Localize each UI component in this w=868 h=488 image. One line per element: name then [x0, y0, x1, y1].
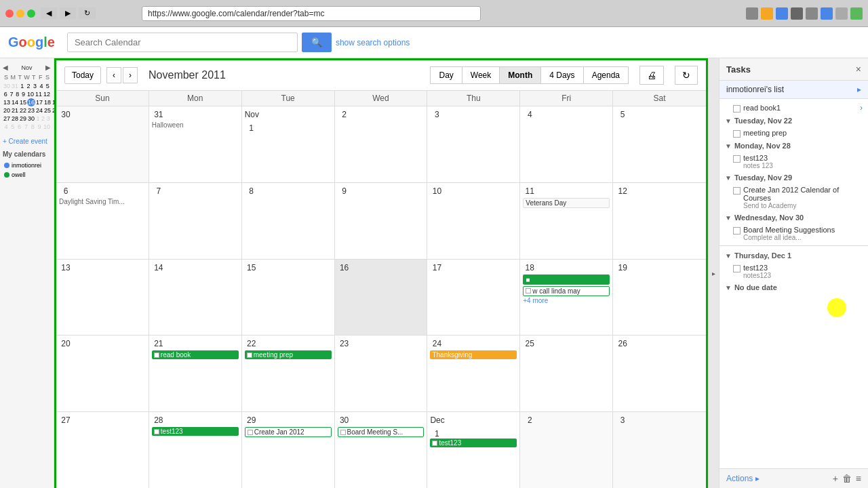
task-group-noduedate[interactable]: ▼ No due date	[719, 281, 868, 294]
cell-nov14[interactable]: 14	[149, 260, 242, 336]
task-checkbox-meetingprep[interactable]	[733, 130, 741, 138]
view-btn-week[interactable]: Week	[462, 66, 500, 84]
cell-oct31[interactable]: 31 Halloween	[149, 106, 242, 182]
task-test123-nov28[interactable]: test123 notes 123	[719, 152, 868, 171]
cell-nov12[interactable]: 12	[613, 183, 706, 259]
cell-nov2[interactable]: 2	[335, 106, 428, 182]
cell-nov11[interactable]: 11 Veterans Day	[520, 183, 613, 259]
event-test123-nov28[interactable]: test123	[152, 427, 239, 436]
event-test123-dec1[interactable]: test123	[430, 439, 517, 447]
view-btn-agenda[interactable]: Agenda	[583, 66, 629, 84]
task-test123-dec1[interactable]: test123 notes123	[719, 262, 868, 281]
task-checkbox-test123-28[interactable]	[733, 155, 741, 163]
cell-nov9[interactable]: 9	[335, 183, 428, 259]
more-events-link[interactable]: +4 more	[523, 297, 610, 304]
cell-nov4[interactable]: 4	[520, 106, 613, 182]
scroll-divider	[719, 245, 868, 246]
task-group-nov30[interactable]: ▼ Wednesday, Nov 30	[719, 211, 868, 224]
task-checkbox-createjan[interactable]	[733, 187, 741, 195]
event-meeting-prep[interactable]: meeting prep	[245, 350, 332, 359]
sidebar-cal-inmotionrei[interactable]: inmotionrei	[3, 161, 51, 170]
event-nov18-2[interactable]: w call linda may	[523, 286, 610, 296]
sidebar-cal-other[interactable]: owell	[3, 170, 51, 180]
cell-nov20[interactable]: 20	[56, 336, 149, 411]
prev-month-button[interactable]: ‹	[106, 67, 121, 83]
refresh-button[interactable]: ↻	[675, 66, 698, 85]
task-title-createjan: Create Jan 2012 Calendar of Courses	[743, 186, 863, 202]
cell-nov22[interactable]: 22 meeting prep	[242, 336, 335, 411]
cell-nov17[interactable]: 17	[427, 260, 520, 336]
next-month-button[interactable]: ›	[123, 67, 138, 83]
header-wed: Wed	[335, 91, 428, 106]
calendar-main: Today ‹ › November 2011 Day Week Month 4…	[54, 58, 708, 488]
search-button[interactable]: 🔍	[302, 33, 332, 52]
cell-nov16[interactable]: 16	[335, 260, 428, 336]
cell-nov5[interactable]: 5	[613, 106, 706, 182]
task-create-jan[interactable]: Create Jan 2012 Calendar of Courses Send…	[719, 184, 868, 211]
task-group-nov22-label: Tuesday, Nov 22	[734, 117, 792, 125]
cell-nov15[interactable]: 15	[242, 260, 335, 336]
task-expand-arrow[interactable]: ›	[860, 103, 863, 113]
task-checkbox-board[interactable]	[733, 227, 741, 235]
task-group-nov29[interactable]: ▼ Tuesday, Nov 29	[719, 171, 868, 184]
create-event-link[interactable]: + Create event	[3, 138, 51, 145]
tasks-scroll[interactable]: read book1 › ▼ Tuesday, Nov 22 meeting p…	[719, 99, 868, 468]
search-input[interactable]	[67, 33, 298, 52]
task-read-book1[interactable]: read book1 ›	[719, 102, 868, 114]
event-nov18-1[interactable]: ■	[523, 274, 610, 285]
cell-nov7[interactable]: 7	[149, 183, 242, 259]
thanksgiving-event[interactable]: Thanksgiving	[430, 350, 517, 359]
tasks-actions-link[interactable]: Actions ▸	[726, 474, 760, 483]
address-bar[interactable]: https://www.google.com/calendar/render?t…	[142, 6, 481, 21]
week-row-4: 20 21 read book 22 mee	[56, 336, 706, 412]
cell-nov18[interactable]: 18 ■ w call linda may +4 more	[520, 260, 613, 336]
list-view-button[interactable]: ≡	[856, 473, 861, 484]
task-group-nov22[interactable]: ▼ Tuesday, Nov 22	[719, 114, 868, 127]
event-checkbox-readbook	[154, 352, 159, 358]
cell-nov30[interactable]: 30 Board Meeting S...	[335, 412, 428, 488]
cell-nov26[interactable]: 26	[613, 336, 706, 411]
cell-dec1[interactable]: Dec 1 test123	[427, 412, 520, 488]
cell-nov29[interactable]: 29 Create Jan 2012	[242, 412, 335, 488]
cell-nov10[interactable]: 10	[427, 183, 520, 259]
task-checkbox-test123-dec1[interactable]	[733, 265, 741, 272]
expand-arrow[interactable]: ▸	[708, 58, 719, 488]
cell-oct30[interactable]: 30	[56, 106, 149, 182]
event-board-meeting[interactable]: Board Meeting S...	[338, 427, 425, 437]
cell-nov21[interactable]: 21 read book	[149, 336, 242, 411]
cell-nov24[interactable]: 24 Thanksgiving	[427, 336, 520, 411]
event-create-jan[interactable]: Create Jan 2012	[245, 427, 332, 437]
cell-nov1[interactable]: Nov 1	[242, 106, 335, 182]
veterans-day-event[interactable]: Veterans Day	[523, 198, 610, 208]
mini-prev-arrow[interactable]: ◀	[3, 64, 8, 71]
task-group-nov28[interactable]: ▼ Monday, Nov 28	[719, 139, 868, 152]
cell-nov8[interactable]: 8	[242, 183, 335, 259]
add-task-button[interactable]: +	[833, 473, 838, 484]
mini-next-arrow[interactable]: ▶	[45, 64, 51, 71]
task-board-meeting[interactable]: Board Meeting Suggestions Complete all i…	[719, 224, 868, 243]
cell-dec3[interactable]: 3	[613, 412, 706, 488]
view-btn-month[interactable]: Month	[499, 66, 541, 84]
cell-nov6[interactable]: 6 Daylight Saving Tim...	[56, 183, 149, 259]
cell-nov13[interactable]: 13	[56, 260, 149, 336]
delete-task-button[interactable]: 🗑	[842, 473, 852, 484]
cell-nov3[interactable]: 3	[427, 106, 520, 182]
search-options-link[interactable]: show search options	[336, 38, 410, 47]
sidebar-section-calendars: My calendars inmotionrei owell	[3, 150, 51, 180]
print-button[interactable]: 🖨	[639, 66, 664, 85]
cell-nov25[interactable]: 25	[520, 336, 613, 411]
cell-nov23[interactable]: 23	[335, 336, 428, 411]
task-checkbox-readbook1[interactable]	[733, 105, 741, 113]
cell-nov27[interactable]: 27	[56, 412, 149, 488]
cell-nov28[interactable]: 28 test123	[149, 412, 242, 488]
today-button[interactable]: Today	[64, 66, 101, 84]
event-read-book[interactable]: read book	[152, 350, 239, 359]
cell-nov19[interactable]: 19	[613, 260, 706, 336]
cell-dec2[interactable]: 2	[520, 412, 613, 488]
task-group-dec1[interactable]: ▼ Thursday, Dec 1	[719, 249, 868, 262]
view-btn-4days[interactable]: 4 Days	[540, 66, 583, 84]
tasks-close-button[interactable]: ×	[856, 64, 861, 75]
tasks-list-arrow[interactable]: ▸	[857, 85, 861, 94]
task-meeting-prep[interactable]: meeting prep	[719, 127, 868, 139]
view-btn-day[interactable]: Day	[430, 66, 462, 84]
